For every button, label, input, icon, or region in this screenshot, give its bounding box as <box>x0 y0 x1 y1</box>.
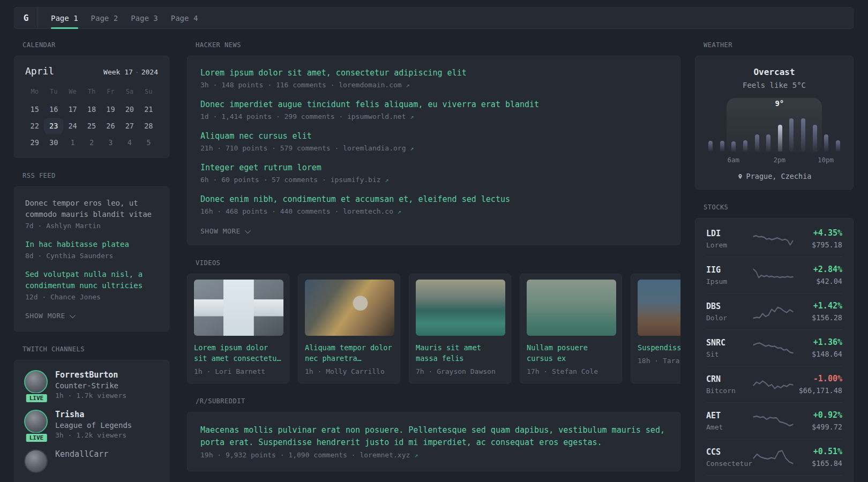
twitch-channel-row[interactable]: LIVE Trisha League of Legends 3h · 1.2k … <box>24 410 159 439</box>
twitch-channel-row[interactable]: LIVE ForrestBurton Counter-Strike 1h · 1… <box>24 370 159 400</box>
stock-row[interactable]: SNRCSit +1.36%$148.64 <box>706 330 842 366</box>
middle-column: HACKER NEWS Lorem ipsum dolor sit amet, … <box>187 41 680 482</box>
video-title[interactable]: Lorem ipsum dolor sit amet consectetu… <box>194 342 282 364</box>
rss-card: Donec tempor eros leo, ut commodo mauris… <box>14 186 169 332</box>
calendar-separator: · <box>133 68 141 76</box>
hackernews-item-title[interactable]: Lorem ipsum dolor sit amet, consectetur … <box>200 67 667 79</box>
stocks-card: LDILorem +4.35%$795.18 IIGIpsum +2.84%$4… <box>695 218 854 482</box>
twitch-channel-row[interactable]: KendallCarr <box>24 449 159 473</box>
rss-item-title[interactable]: Sed volutpat nulla nisl, a condimentum n… <box>25 269 158 291</box>
weekday-label: Su <box>139 85 158 101</box>
calendar-week-label: Week 17 <box>103 68 133 76</box>
rss-item-meta: 7d · Ashlyn Martin <box>25 222 158 230</box>
video-thumbnail[interactable] <box>194 280 283 336</box>
tab-page-4[interactable]: Page 4 <box>171 7 198 28</box>
external-link-icon[interactable]: ↗ <box>406 81 410 89</box>
video-thumbnail[interactable] <box>416 280 505 336</box>
rss-item: Sed volutpat nulla nisl, a condimentum n… <box>25 269 158 301</box>
stock-name: Sit <box>706 350 752 358</box>
video-meta: 18h · Tara <box>638 357 680 365</box>
external-link-icon[interactable]: ↗ <box>414 451 418 459</box>
hackernews-item-meta: 3h · 148 points · 116 comments · loremdo… <box>200 81 667 89</box>
hackernews-show-more-button[interactable]: SHOW MORE <box>200 227 249 235</box>
video-card[interactable]: Mauris sit amet massa felis 7h · Grayson… <box>409 274 511 383</box>
tab-page-3[interactable]: Page 3 <box>131 7 158 28</box>
stock-symbol: LDI <box>706 229 752 238</box>
hackernews-item-title[interactable]: Donec imperdiet augue tincidunt felis al… <box>200 99 667 110</box>
video-title[interactable]: Aliquam tempor dolor nec pharetra… <box>305 342 393 364</box>
hackernews-item-title[interactable]: Integer eget rutrum lorem <box>200 162 667 174</box>
video-title[interactable]: Suspendisse diam <box>638 342 680 353</box>
calendar-day-next-month: 3 <box>101 134 120 150</box>
rss-item-meta: 12d · Chance Jones <box>25 293 158 301</box>
stock-row[interactable]: AHS +0.46% <box>706 476 842 482</box>
subreddit-post-meta: 19h · 9,932 points · 1,090 comments · lo… <box>200 451 667 459</box>
rss-item-title[interactable]: Donec tempor eros leo, ut commodo mauris… <box>25 198 158 220</box>
subreddit-section-label: /R/SUBREDDIT <box>196 397 680 405</box>
stock-row[interactable]: LDILorem +4.35%$795.18 <box>706 221 842 257</box>
page-tabs: Page 1 Page 2 Page 3 Page 4 <box>38 7 198 28</box>
app-logo[interactable]: G <box>14 7 38 28</box>
stock-sparkline <box>752 302 794 321</box>
external-link-icon[interactable]: ↗ <box>410 113 414 120</box>
stock-row[interactable]: CRNBitcorn -1.00%$66,171.48 <box>706 366 842 403</box>
stock-row[interactable]: AETAmet +0.92%$499.72 <box>706 403 842 439</box>
video-meta: 1h · Lori Barnett <box>194 367 282 375</box>
stock-sparkline <box>752 229 794 248</box>
twitch-channel-meta: 1h · 1.7k viewers <box>55 391 126 400</box>
weather-bar <box>824 134 828 152</box>
weather-bar <box>778 125 782 152</box>
external-link-icon[interactable]: ↗ <box>410 145 414 152</box>
video-title[interactable]: Mauris sit amet massa felis <box>416 342 504 364</box>
video-thumbnail[interactable] <box>638 280 680 336</box>
hackernews-show-more-label: SHOW MORE <box>200 227 241 235</box>
twitch-channel-name[interactable]: Trisha <box>55 410 132 419</box>
stock-change: +0.51% <box>794 447 842 456</box>
video-title[interactable]: Nullam posuere cursus ex <box>527 342 615 364</box>
stock-change: -1.00% <box>794 374 842 383</box>
rss-item: In hac habitasse platea 8d · Cynthia Sau… <box>25 239 158 260</box>
hackernews-item: Aliquam nec cursus elit 21h · 710 points… <box>200 131 667 152</box>
rss-widget: RSS FEED Donec tempor eros leo, ut commo… <box>14 172 169 332</box>
weather-bar <box>731 141 736 152</box>
hackernews-item-title[interactable]: Donec enim nibh, condimentum et accumsan… <box>200 194 667 205</box>
hackernews-item: Integer eget rutrum lorem 6h · 60 points… <box>200 162 667 184</box>
subreddit-widget: /R/SUBREDDIT Maecenas mollis pulvinar er… <box>187 397 680 471</box>
subreddit-post-title[interactable]: Maecenas mollis pulvinar erat non posuer… <box>200 424 667 449</box>
rss-item-title[interactable]: In hac habitasse platea <box>25 239 158 250</box>
left-column: CALENDAR April Week 17·2024 Mo Tu We Th … <box>14 41 169 482</box>
stock-symbol: AET <box>706 411 752 420</box>
twitch-channel-name[interactable]: KendallCarr <box>55 449 108 459</box>
hackernews-meta-text: 1d · 1,414 points · 299 comments · ipsum… <box>200 112 406 120</box>
twitch-section-label: TWITCH CHANNELS <box>23 345 169 353</box>
weather-bar <box>801 118 805 152</box>
subreddit-meta-text: 19h · 9,932 points · 1,090 comments · lo… <box>200 451 410 459</box>
calendar-day: 28 <box>139 118 158 134</box>
stock-row[interactable]: CCSConsectetur +0.51%$165.84 <box>706 439 842 476</box>
external-link-icon[interactable]: ↗ <box>385 176 388 184</box>
video-thumbnail[interactable] <box>305 280 394 336</box>
twitch-channel-name[interactable]: ForrestBurton <box>55 370 126 380</box>
video-card[interactable]: Aliquam tempor dolor nec pharetra… 1h · … <box>298 274 400 383</box>
stock-price: $42.04 <box>794 277 842 285</box>
weather-bar <box>813 125 817 152</box>
video-card[interactable]: Lorem ipsum dolor sit amet consectetu… 1… <box>187 274 289 383</box>
weather-bar <box>766 134 770 152</box>
weekday-label: Tu <box>44 85 63 101</box>
video-card[interactable]: Suspendisse diam 18h · Tara <box>631 274 680 383</box>
hackernews-item-title[interactable]: Aliquam nec cursus elit <box>200 131 667 142</box>
rss-item-meta: 8d · Cynthia Saunders <box>25 252 158 260</box>
calendar-week-year: Week 17·2024 <box>103 68 158 76</box>
stock-row[interactable]: DBSDolor +1.42%$156.28 <box>706 293 842 330</box>
video-thumbnail[interactable] <box>527 280 616 336</box>
video-card[interactable]: Nullam posuere cursus ex 17h · Stefan Co… <box>520 274 622 383</box>
weather-bar <box>720 141 724 152</box>
tab-page-1[interactable]: Page 1 <box>51 7 78 28</box>
tab-page-2[interactable]: Page 2 <box>91 7 118 28</box>
hackernews-meta-text: 21h · 710 points · 579 comments · loreml… <box>200 144 406 152</box>
video-meta: 7h · Grayson Dawson <box>416 367 504 375</box>
chevron-down-icon <box>70 312 76 318</box>
stock-row[interactable]: IIGIpsum +2.84%$42.04 <box>706 257 842 293</box>
rss-show-more-button[interactable]: SHOW MORE <box>25 312 74 320</box>
external-link-icon[interactable]: ↗ <box>398 208 401 215</box>
